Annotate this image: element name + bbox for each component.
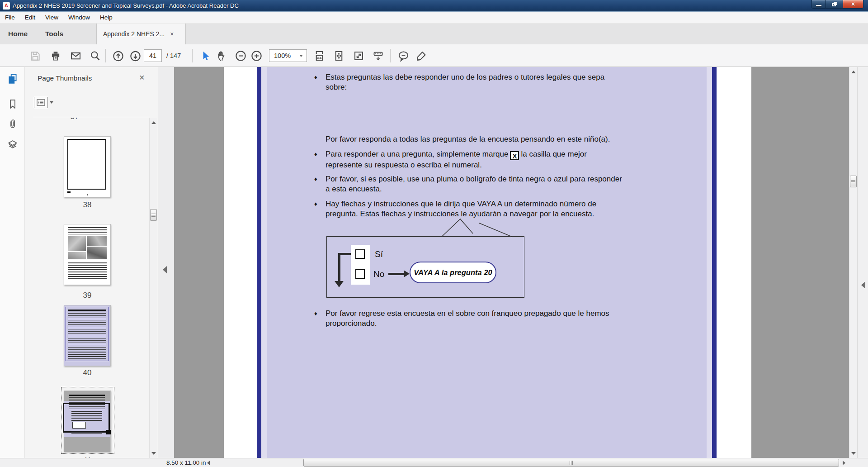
title-bar: A Appendix 2 NHES 2019 Screener and Topi… <box>0 0 868 12</box>
paperclip-icon <box>7 119 18 129</box>
close-button[interactable]: × <box>843 0 863 9</box>
page-thumbnails-icon <box>7 73 19 85</box>
tab-close-icon[interactable]: × <box>170 30 174 38</box>
no-checkbox <box>355 269 365 279</box>
thumb-art <box>68 236 86 251</box>
scrollbar-thumb[interactable] <box>150 209 157 221</box>
save-button[interactable] <box>29 50 41 62</box>
expand-tools-button[interactable] <box>861 281 865 289</box>
bookmarks-panel-button[interactable] <box>6 98 19 110</box>
thumb-art <box>64 437 110 452</box>
read-mode-icon <box>372 50 384 62</box>
thumbnails-options-button[interactable] <box>34 97 48 108</box>
pdf-page: ♦ Estas preguntas las debe responder uno… <box>224 67 751 458</box>
fit-width-button[interactable] <box>353 50 365 62</box>
comment-button[interactable] <box>397 50 410 62</box>
window-controls: × <box>811 0 863 9</box>
page-border-bar <box>257 67 261 458</box>
thumbnail-label-37[interactable]: 37 <box>51 118 98 121</box>
thumb-art <box>87 194 88 195</box>
tab-home[interactable]: Home <box>3 24 33 44</box>
bullet-marker: ♦ <box>314 151 317 157</box>
thumbnail-page-40[interactable] <box>64 305 111 366</box>
page-thumbnails-panel-button[interactable] <box>6 72 19 85</box>
fit-page-button[interactable] <box>333 50 345 62</box>
comment-bubble-icon <box>397 50 410 62</box>
find-button[interactable] <box>89 50 101 62</box>
zoom-out-button[interactable] <box>235 50 247 62</box>
zoom-level-select[interactable]: 100% <box>269 49 307 62</box>
panel-close-icon[interactable]: × <box>139 72 145 83</box>
triangle-down-icon <box>151 452 156 455</box>
menu-help[interactable]: Help <box>95 12 118 23</box>
read-mode-button[interactable] <box>372 50 384 62</box>
thumb-art <box>68 252 86 259</box>
triangle-up-icon <box>851 71 856 73</box>
layers-panel-button[interactable] <box>6 138 19 151</box>
thumbnails-scrollbar[interactable] <box>149 118 157 458</box>
goto-instruction-pill: VAYA A la pregunta 20 <box>410 262 496 283</box>
scroll-up-button[interactable] <box>849 68 858 76</box>
thumbnail-page-38[interactable] <box>64 136 111 197</box>
document-view[interactable]: ♦ Estas preguntas las debe responder uno… <box>174 67 849 458</box>
search-icon <box>89 50 101 62</box>
scroll-left-button[interactable] <box>207 461 210 465</box>
page-border-inner <box>707 67 712 458</box>
minimize-button[interactable] <box>811 0 826 9</box>
email-button[interactable] <box>70 50 82 62</box>
thumb-art <box>68 227 107 234</box>
thumb-art <box>68 313 106 359</box>
vertical-scrollbar[interactable] <box>849 67 857 458</box>
main-toolbar: / 147 100% <box>0 44 868 67</box>
toolbar-divider <box>390 49 391 62</box>
thumb-art <box>68 262 107 281</box>
thumbnail-page-41[interactable] <box>64 391 111 452</box>
flow-arrow <box>338 253 340 281</box>
restore-button[interactable] <box>826 0 843 9</box>
save-icon <box>29 50 41 62</box>
collapse-panel-button[interactable] <box>163 266 167 273</box>
scroll-right-button[interactable] <box>843 461 845 465</box>
scrollbar-thumb[interactable] <box>850 176 857 187</box>
minimize-icon <box>816 5 821 6</box>
acrobat-app-icon: A <box>3 2 10 10</box>
x-checkbox-example: X <box>510 151 519 160</box>
thumbnail-label-39[interactable]: 39 <box>64 291 111 300</box>
scroll-up-button[interactable] <box>150 119 158 126</box>
layers-icon <box>7 139 18 150</box>
highlighter-pen-icon <box>415 50 427 62</box>
page-scrolling-button[interactable] <box>313 50 326 62</box>
next-page-button[interactable] <box>129 50 142 62</box>
highlight-button[interactable] <box>415 50 427 62</box>
thumbnail-viewport-rectangle[interactable] <box>63 403 110 433</box>
zoom-in-icon <box>250 50 263 62</box>
yes-checkbox <box>355 249 365 259</box>
scroll-down-button[interactable] <box>849 449 858 457</box>
page-number-input[interactable] <box>144 49 162 62</box>
thumbnail-label-40[interactable]: 40 <box>64 368 111 377</box>
hand-tool-button[interactable] <box>216 50 228 62</box>
attachments-panel-button[interactable] <box>6 118 19 130</box>
menu-window[interactable]: Window <box>63 12 95 23</box>
main-area: Page Thumbnails × 37 38 39 <box>0 67 868 458</box>
thumbnail-label-38[interactable]: 38 <box>64 200 111 210</box>
scroll-down-button[interactable] <box>150 449 158 457</box>
horizontal-scrollbar-thumb[interactable] <box>303 459 839 467</box>
select-arrow-icon <box>199 50 211 62</box>
previous-page-button[interactable] <box>112 50 124 62</box>
tab-document-label: Appendix 2 NHES 2... <box>103 30 165 38</box>
chevron-down-icon <box>50 101 53 104</box>
menu-edit[interactable]: Edit <box>20 12 40 23</box>
select-tool-button[interactable] <box>199 50 211 62</box>
bullet-marker: ♦ <box>314 200 317 207</box>
page-border-bar <box>712 67 717 458</box>
callout-example-box: Sí No VAYA A la pregunta 20 <box>326 236 524 298</box>
print-button[interactable] <box>49 50 61 62</box>
viewport-resize-handle[interactable] <box>106 430 111 434</box>
thumbnail-page-39[interactable] <box>64 224 111 285</box>
menu-view[interactable]: View <box>40 12 63 23</box>
tab-document[interactable]: Appendix 2 NHES 2... × <box>96 24 186 44</box>
menu-file[interactable]: File <box>0 12 20 23</box>
tab-tools[interactable]: Tools <box>40 24 69 44</box>
zoom-in-button[interactable] <box>250 50 263 62</box>
